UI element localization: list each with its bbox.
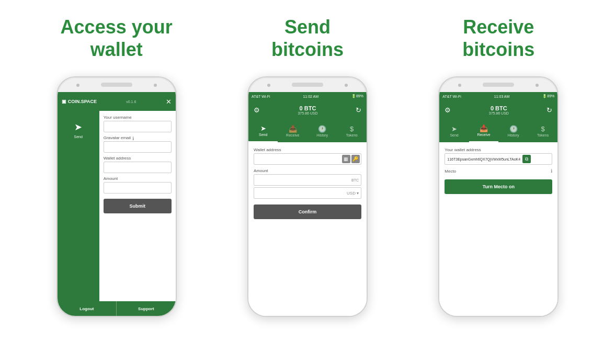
phone1-sidebar: ➤ Send [58,111,99,301]
wallet-address-value: 116T3EpsanGxmh6QX7QjVWxM5unLTAoK4 [447,157,520,161]
close-icon[interactable]: ✕ [166,98,172,106]
username-field: Your username [104,115,172,132]
phone3-receive-tab-icon: 📥 [480,124,488,132]
section-title-send: Send bitcoins [224,16,391,61]
titles-row: Access your wallet Send bitcoins Receive… [21,16,594,61]
copy-address-button[interactable]: ⧉ [522,155,531,163]
usd-dropdown-arrow[interactable]: ▾ [357,191,359,196]
phone1-bottom-bar: Logout Support [58,301,176,316]
logout-button[interactable]: Logout [58,301,117,316]
gravatar-field: Gravatar email ℹ [104,135,172,153]
phone3-battery: 🔋89% [542,94,554,98]
phone2-content: Wallet address ▦ 🔑 Amount BTC USD [248,142,367,316]
qr-scan-button[interactable]: ▦ [342,155,350,163]
submit-button[interactable]: Submit [104,199,172,213]
phone-camera-2 [345,84,348,87]
phone2-amount-field: Amount BTC USD ▾ [254,168,361,199]
receive-tab-icon: 📥 [289,125,297,133]
amount-field: Amount [104,176,172,194]
phone3-content: Your wallet address 116T3EpsanGxmh6QX7Qj… [439,142,557,316]
wallet-address-input[interactable] [104,162,172,173]
phone2-nav-bar: ⚙ 0 BTC 375.86 USD ↻ [248,100,367,119]
phone2-amount-usd-row: USD ▾ [254,187,361,199]
phone1-layout: ➤ Send Your username Gravatar email ℹ [58,111,176,301]
gravatar-info-icon: ℹ [132,136,134,141]
phone1-version: v0.1.6 [126,100,136,104]
wallet-address-field: Wallet address [104,156,172,173]
phone3-status-bar: AT&T Wi-Fi 11:03 AM 🔋89% [439,92,557,100]
phone3-tab-receive[interactable]: 📥 Receive [469,119,499,142]
username-input[interactable] [104,121,172,132]
phone3-tab-bar: ➤ Send 📥 Receive 🕐 History $ Tokens [439,119,557,142]
section-title-receive: Receive bitcoins [415,16,582,61]
phone3-balance: 0 BTC 375.86 USD [451,105,546,115]
phone1-header: ▣ COIN.SPACE v0.1.6 ✕ [58,92,176,111]
phone2-wallet-address-field: Wallet address ▦ 🔑 [254,147,361,165]
phone3-tab-history[interactable]: 🕐 History [498,119,528,142]
send-tab-icon: ➤ [260,124,266,132]
gravatar-input[interactable] [104,141,172,153]
support-button[interactable]: Support [116,301,176,316]
mecto-info-icon: ℹ [551,168,552,174]
phone2-time: 11:02 AM [303,95,318,98]
phone-access: ▣ COIN.SPACE v0.1.6 ✕ ➤ Send Y [56,76,177,317]
tab-history[interactable]: 🕐 History [308,119,337,142]
phone2-balance: 0 BTC 375.86 USD [260,105,356,115]
phone2-amount-btc-input[interactable]: BTC [254,174,361,186]
phone2-settings-icon[interactable]: ⚙ [254,106,260,114]
phone3-wallet-addr-row: 116T3EpsanGxmh6QX7QjVWxM5unLTAoK4 ⧉ [445,153,552,165]
phone2-carrier: AT&T Wi-Fi [252,95,270,98]
phone3-wallet-address-field: Your wallet address 116T3EpsanGxmh6QX7Qj… [445,147,552,165]
phone3-settings-icon[interactable]: ⚙ [445,106,451,114]
sidebar-send-item[interactable]: ➤ Send [74,121,82,139]
tab-tokens[interactable]: $ Tokens [337,119,367,142]
turn-mecto-button[interactable]: Turn Mecto on [445,179,552,194]
phone2-refresh-icon[interactable]: ↻ [356,106,361,114]
phone2-wallet-input-row: ▦ 🔑 [254,153,361,165]
phone-camera-3 [536,84,539,87]
phones-row: ▣ COIN.SPACE v0.1.6 ✕ ➤ Send Y [21,76,594,317]
phone3-tab-tokens[interactable]: $ Tokens [528,119,558,142]
phone2-battery: 🔋89% [351,94,363,98]
mecto-label-row: Mecto ℹ [445,168,552,174]
phone1-logo: ▣ COIN.SPACE [62,99,97,104]
tab-receive[interactable]: 📥 Receive [278,119,308,142]
phone3-time: 11:03 AM [494,95,510,98]
phone1-screen: ▣ COIN.SPACE v0.1.6 ✕ ➤ Send Y [58,92,176,316]
phone2-status-bar: AT&T Wi-Fi 11:02 AM 🔋89% [248,92,367,100]
confirm-button[interactable]: Confirm [254,204,361,219]
phone-camera-1 [154,84,157,87]
phone3-refresh-icon[interactable]: ↻ [546,106,552,114]
phone3-send-tab-icon: ➤ [451,125,457,133]
tokens-tab-icon: $ [350,125,354,133]
send-icon: ➤ [74,121,82,133]
phone2-tab-bar: ➤ Send 📥 Receive 🕐 History $ Tokens [248,119,367,142]
phone3-nav-bar: ⚙ 0 BTC 375.86 USD ↻ [439,100,557,119]
phone1-main: Your username Gravatar email ℹ Wallet ad… [99,111,176,301]
phone3-history-tab-icon: 🕐 [509,125,518,133]
paste-key-button[interactable]: 🔑 [351,155,360,163]
phone3-carrier: AT&T Wi-Fi [442,95,461,98]
phone3-tokens-tab-icon: $ [541,125,544,133]
phone-receive: AT&T Wi-Fi 11:03 AM 🔋89% ⚙ 0 BTC 375.86 … [438,76,559,317]
section-title-access: Access your wallet [33,16,200,61]
wallet-icon: ▣ [62,99,66,104]
tab-send[interactable]: ➤ Send [248,119,278,142]
phone3-screen: AT&T Wi-Fi 11:03 AM 🔋89% ⚙ 0 BTC 375.86 … [439,92,557,316]
phone-send: AT&T Wi-Fi 11:02 AM 🔋89% ⚙ 0 BTC 375.86 … [247,76,368,317]
history-tab-icon: 🕐 [318,125,326,133]
amount-input[interactable] [104,182,172,194]
phone3-mecto-field: Mecto ℹ [445,168,552,174]
phone3-tab-send[interactable]: ➤ Send [439,119,469,142]
phone2-screen: AT&T Wi-Fi 11:02 AM 🔋89% ⚙ 0 BTC 375.86 … [248,92,367,316]
